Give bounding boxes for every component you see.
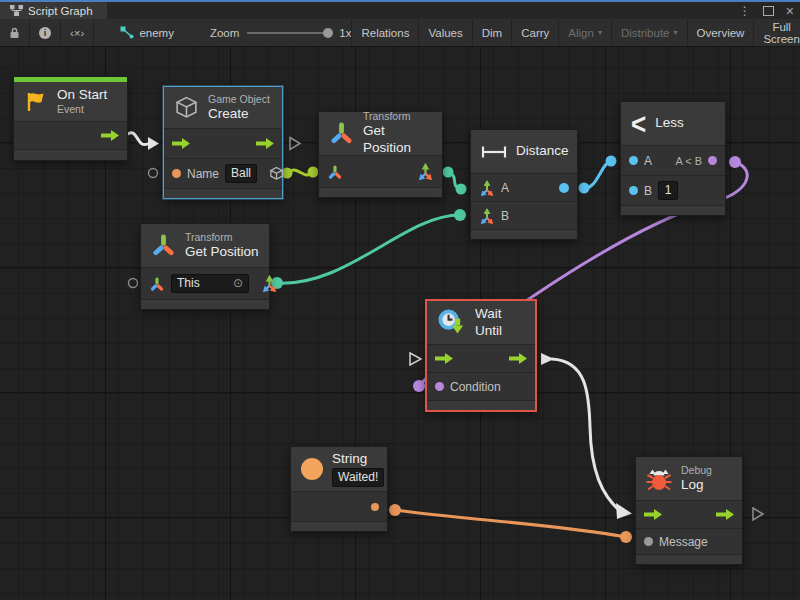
name-input-port[interactable]: [172, 169, 181, 178]
distance-output-port[interactable]: [559, 183, 569, 193]
target-picker-icon[interactable]: ⊙: [233, 276, 243, 291]
align-button[interactable]: Align ▾: [559, 19, 612, 46]
node-footer: [427, 401, 535, 410]
connection-distance-less[interactable]: [584, 161, 611, 188]
node-footer: [141, 300, 269, 309]
connection-waituntil-debuglog[interactable]: [552, 359, 620, 511]
connection-onstart-create[interactable]: [126, 133, 150, 145]
node-get-position-top[interactable]: Transform Get Position: [318, 111, 443, 198]
port-label: Name: [187, 167, 219, 181]
flow-in-port[interactable]: [644, 509, 662, 520]
wire-dot: [443, 167, 454, 178]
node-debug-log[interactable]: Debug Log Message: [635, 456, 743, 565]
node-less[interactable]: < Less A A < B B 1: [620, 101, 726, 216]
zoom-slider-handle[interactable]: [323, 28, 333, 38]
string-output-port[interactable]: [371, 503, 379, 511]
node-title: Get Position: [185, 244, 259, 261]
node-distance[interactable]: Distance A: [470, 129, 578, 240]
node-string[interactable]: String Waited!: [290, 446, 388, 532]
node-footer: [636, 555, 742, 564]
node-get-position-self[interactable]: Transform Get Position This ⊙: [140, 223, 270, 310]
flow-in-port[interactable]: [435, 353, 453, 364]
tab-script-graph[interactable]: Script Graph: [0, 2, 107, 19]
zoom-slider[interactable]: [247, 32, 331, 34]
unconnected-flow-port[interactable]: [753, 508, 763, 520]
unconnected-value-port[interactable]: [129, 279, 138, 288]
maximize-icon[interactable]: [763, 6, 774, 16]
transform-input-port[interactable]: [327, 164, 343, 180]
result-output-port[interactable]: [708, 156, 717, 165]
b-input-port[interactable]: [629, 186, 638, 195]
node-wait-until[interactable]: Wait Until Condition: [425, 299, 537, 412]
connection-string-debuglog[interactable]: [395, 510, 626, 537]
window-menu-icon[interactable]: ⋮: [739, 5, 751, 17]
port-label: B: [644, 184, 652, 198]
overview-button[interactable]: Overview: [688, 19, 755, 46]
a-input-port[interactable]: [629, 156, 638, 165]
flow-out-port[interactable]: [256, 138, 274, 149]
cube-icon: [174, 95, 199, 120]
flow-out-port[interactable]: [716, 509, 734, 520]
node-title: Less: [655, 115, 684, 132]
flow-arrowhead: [616, 503, 632, 519]
wire-dot: [389, 504, 401, 516]
position-output-port[interactable]: [417, 163, 434, 180]
graph-breadcrumb[interactable]: enemy: [120, 19, 174, 46]
flow-in-port[interactable]: [172, 138, 190, 149]
lock-icon: [9, 27, 20, 39]
dim-button[interactable]: Dim: [473, 19, 512, 46]
wire-dot: [729, 156, 741, 168]
distribute-button[interactable]: Distribute ▾: [612, 19, 688, 46]
script-graph-window: Script Graph ⋮ × i ‹×› ene: [0, 0, 800, 600]
port-label: Condition: [450, 380, 501, 394]
node-create[interactable]: Game Object Create Name Ball: [163, 86, 283, 199]
full-screen-button[interactable]: Full Screen: [754, 19, 800, 46]
node-on-start[interactable]: On Start Event: [13, 76, 128, 161]
zoom-control: Zoom 1x: [210, 19, 352, 46]
unconnected-flow-port[interactable]: [410, 353, 421, 365]
wire-dot: [454, 209, 466, 221]
target-field[interactable]: This ⊙: [171, 274, 249, 293]
values-button[interactable]: Values: [419, 19, 472, 46]
flow-out-port[interactable]: [509, 353, 527, 364]
transform-input-port[interactable]: [149, 276, 165, 292]
node-title: Wait Until: [475, 306, 525, 340]
graph-canvas[interactable]: On Start Event: [0, 47, 800, 600]
node-footer: [471, 230, 577, 239]
vector-a-input-port[interactable]: [479, 180, 495, 196]
message-input-port[interactable]: [644, 537, 653, 546]
node-title: Create: [208, 106, 270, 123]
b-field[interactable]: 1: [658, 181, 678, 200]
wire-dot: [579, 183, 590, 194]
connection-values-button[interactable]: ‹×›: [61, 19, 94, 46]
graph-icon: [120, 26, 134, 39]
unconnected-value-port[interactable]: [149, 169, 158, 178]
connection-getposition-distance-b[interactable]: [277, 215, 460, 283]
node-title: On Start: [57, 87, 107, 104]
bug-icon: [646, 466, 672, 492]
position-output-port[interactable]: [261, 275, 278, 292]
info-button[interactable]: i: [30, 19, 61, 46]
string-field[interactable]: Waited!: [332, 468, 384, 487]
node-category: Debug: [681, 464, 712, 477]
distance-icon: [481, 144, 507, 160]
transform-icon: [329, 121, 354, 146]
graph-toolbar: i ‹×› enemy Zoom 1x Relations Values Dim: [0, 19, 800, 47]
relations-button[interactable]: Relations: [352, 19, 419, 46]
flow-out-port[interactable]: [101, 130, 119, 141]
carry-button[interactable]: Carry: [512, 19, 559, 46]
wait-clock-icon: [437, 308, 466, 337]
condition-input-port[interactable]: [435, 382, 444, 391]
close-icon[interactable]: ×: [786, 4, 794, 18]
name-field[interactable]: Ball: [225, 164, 257, 183]
unconnected-flow-port[interactable]: [290, 138, 300, 150]
result-label: A < B: [675, 155, 702, 167]
zoom-value: 1x: [339, 27, 351, 39]
gameobject-output-port[interactable]: [269, 166, 284, 181]
node-subtitle: Event: [57, 103, 107, 116]
vector-b-input-port[interactable]: [479, 208, 495, 224]
tab-title: Script Graph: [28, 5, 93, 17]
node-category: Transform: [363, 110, 432, 123]
wire-dot: [606, 156, 617, 167]
lock-button[interactable]: [0, 19, 30, 46]
